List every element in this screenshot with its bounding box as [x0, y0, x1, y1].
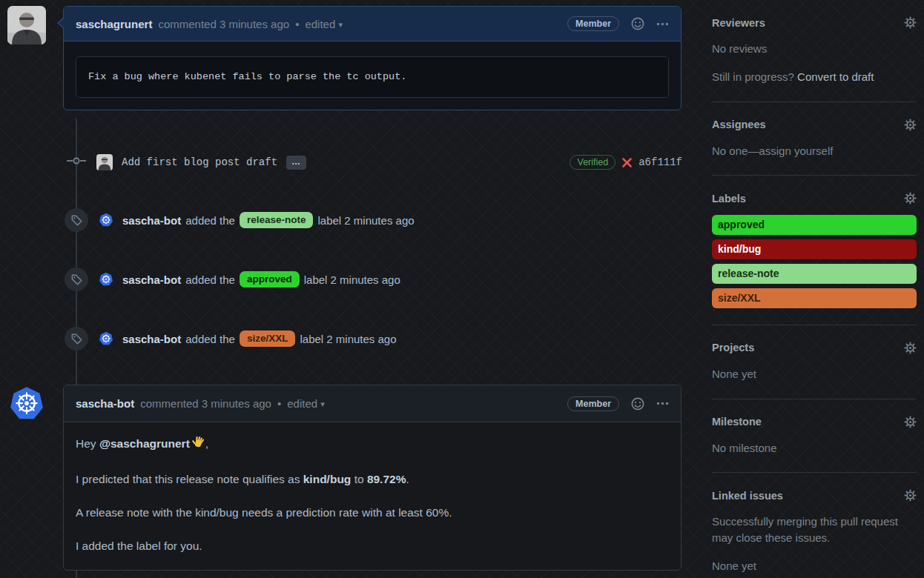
- event-action: added the: [185, 273, 235, 286]
- failed-check-x-icon[interactable]: [621, 157, 633, 168]
- event-actor[interactable]: sascha-bot: [122, 273, 181, 286]
- expand-commit-button[interactable]: …: [286, 156, 306, 170]
- tag-icon: [65, 208, 88, 232]
- event-suffix: label 2 minutes ago: [304, 273, 400, 286]
- label-badge[interactable]: release-note: [240, 212, 314, 229]
- comment-body: Fix a bug where kubenet fails to parse t…: [64, 41, 681, 110]
- comment-paragraph: I predicted that this release note quali…: [76, 472, 669, 488]
- comment-sascha-bot: sascha-bot commented 3 minutes ago • edi…: [63, 385, 682, 571]
- comment-author[interactable]: saschagrunert: [76, 18, 152, 30]
- event-suffix: label 2 minutes ago: [300, 333, 396, 345]
- event-suffix: label 2 minutes ago: [317, 214, 414, 227]
- chevron-down-icon: ▾: [338, 20, 343, 29]
- draft-hint: Still in progress?: [712, 70, 797, 83]
- projects-status: None yet: [712, 366, 917, 382]
- add-reaction-button[interactable]: [631, 17, 644, 30]
- event-actor[interactable]: sascha-bot: [122, 333, 181, 345]
- user-mention-link[interactable]: @saschagrunert: [99, 437, 190, 450]
- add-reaction-button[interactable]: [631, 397, 644, 411]
- comment-body: Hey @saschagrunert, I predicted that thi…: [64, 422, 681, 571]
- sidebar-section-assignees: Assignees No one—assign yourself: [712, 102, 917, 176]
- comment-caret: [63, 396, 64, 408]
- label-event: sascha-bot added the size/XXL label 2 mi…: [63, 326, 682, 351]
- section-title: Milestone: [712, 416, 762, 428]
- pull-request-conversation-page: saschagrunert commented 3 minutes ago • …: [0, 0, 924, 578]
- code-block: Fix a bug where kubenet fails to parse t…: [76, 56, 669, 98]
- wave-emoji: [191, 436, 205, 454]
- bot-avatar[interactable]: [98, 271, 114, 288]
- chevron-down-icon: ▾: [320, 399, 325, 408]
- sidebar-section-reviewers: Reviewers No reviews Still in progress? …: [712, 0, 917, 102]
- label-kind-bug[interactable]: kind/bug: [712, 239, 917, 259]
- user-photo-avatar: [7, 6, 46, 44]
- edited-dropdown[interactable]: edited ▾: [305, 18, 343, 30]
- git-commit-icon: [67, 155, 86, 170]
- dot-separator: •: [295, 18, 299, 30]
- label-release-note[interactable]: release-note: [712, 264, 917, 284]
- gear-icon[interactable]: [904, 119, 917, 131]
- assignees-status[interactable]: No one—assign yourself: [712, 143, 917, 159]
- gear-icon[interactable]: [904, 16, 917, 29]
- commit-event: Add first blog post draft … Verified a6f…: [63, 151, 682, 173]
- sidebar-section-projects: Projects None yet: [712, 325, 917, 399]
- section-title: Reviewers: [712, 17, 765, 29]
- comment-meta[interactable]: commented 3 minutes ago: [140, 397, 271, 410]
- section-title: Linked issues: [712, 490, 783, 502]
- milestone-status: No milestone: [712, 440, 917, 456]
- section-title: Assignees: [712, 119, 766, 130]
- sidebar-section-linked-issues: Linked issues Successfully merging this …: [712, 473, 917, 578]
- comment-header: saschagrunert commented 3 minutes ago • …: [64, 7, 681, 41]
- kebab-menu-button[interactable]: [656, 402, 669, 405]
- sidebar-section-milestone: Milestone No milestone: [712, 399, 917, 474]
- kebab-icon: [656, 402, 669, 405]
- label-event: sascha-bot added the approved label 2 mi…: [63, 267, 682, 292]
- member-badge: Member: [567, 16, 619, 31]
- commit-message-link[interactable]: Add first blog post draft: [122, 156, 277, 168]
- gear-icon[interactable]: [904, 416, 917, 428]
- kebab-icon: [656, 22, 669, 26]
- comment-caret: [57, 17, 64, 29]
- comment-author[interactable]: sascha-bot: [76, 397, 134, 410]
- kubernetes-logo-icon: [7, 385, 46, 423]
- sidebar-section-labels: Labels approved kind/bug release-note si…: [712, 176, 917, 325]
- comment-header: sascha-bot commented 3 minutes ago • edi…: [64, 385, 681, 422]
- comment-paragraph: A release note with the kind/bug needs a…: [76, 505, 669, 521]
- member-badge: Member: [567, 396, 619, 411]
- tag-icon: [65, 327, 88, 351]
- gear-icon[interactable]: [904, 192, 917, 205]
- gear-icon[interactable]: [904, 489, 917, 502]
- section-title: Labels: [712, 193, 746, 205]
- event-action: added the: [185, 333, 235, 345]
- kebab-menu-button[interactable]: [656, 22, 669, 26]
- comment-paragraph: I added the label for you.: [76, 539, 669, 554]
- bot-avatar[interactable]: [7, 385, 46, 423]
- label-event: sascha-bot added the release-note label …: [63, 207, 682, 233]
- comment-paragraph: Hey @saschagrunert,: [76, 436, 669, 454]
- label-size-xxl[interactable]: size/XXL: [712, 288, 917, 308]
- convert-to-draft-link[interactable]: Convert to draft: [797, 70, 874, 83]
- timeline-line: [76, 571, 77, 578]
- avatar[interactable]: [96, 154, 113, 170]
- linked-issues-hint: Successfully merging this pull request m…: [712, 514, 917, 546]
- smiley-icon: [631, 397, 644, 411]
- bot-avatar[interactable]: [98, 212, 114, 228]
- sidebar: Reviewers No reviews Still in progress? …: [712, 0, 917, 578]
- smiley-icon: [631, 17, 644, 30]
- labels-list: approved kind/bug release-note size/XXL: [712, 215, 917, 308]
- comment-saschagrunert: saschagrunert commented 3 minutes ago • …: [63, 6, 682, 110]
- reviewers-status: No reviews: [712, 41, 917, 57]
- gear-icon[interactable]: [904, 342, 917, 354]
- avatar[interactable]: [7, 6, 46, 44]
- event-actor[interactable]: sascha-bot: [122, 214, 181, 227]
- edited-dropdown[interactable]: edited ▾: [287, 397, 325, 410]
- label-badge[interactable]: size/XXL: [240, 330, 296, 348]
- label-badge[interactable]: approved: [240, 271, 300, 288]
- section-title: Projects: [712, 342, 754, 353]
- commit-sha-link[interactable]: a6f111f: [638, 156, 682, 168]
- label-approved[interactable]: approved: [712, 215, 917, 235]
- dot-separator: •: [277, 397, 281, 410]
- comment-meta[interactable]: commented 3 minutes ago: [158, 18, 289, 30]
- bot-avatar[interactable]: [98, 330, 114, 347]
- verified-badge[interactable]: Verified: [570, 155, 616, 170]
- event-action: added the: [185, 214, 235, 227]
